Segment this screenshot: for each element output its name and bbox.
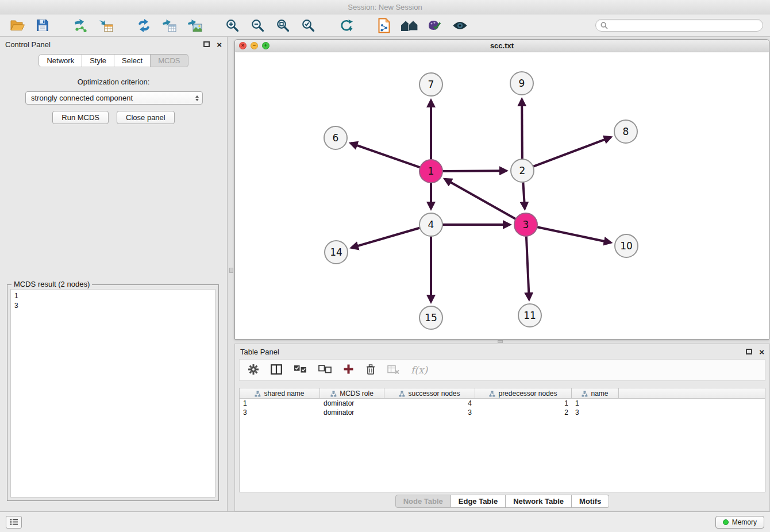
search-icon <box>600 22 608 29</box>
show-details-button[interactable] <box>449 16 470 34</box>
table-cell[interactable]: 3 <box>240 408 320 417</box>
tab-edge-table[interactable]: Edge Table <box>451 495 506 508</box>
close-panel-button[interactable]: Close panel <box>117 111 175 124</box>
graph-node-label: 10 <box>620 240 633 252</box>
graph-node-4[interactable]: 4 <box>419 213 442 236</box>
graph-edge-1-6[interactable] <box>351 143 421 168</box>
tab-select[interactable]: Select <box>114 54 151 67</box>
search-input[interactable] <box>611 21 758 29</box>
zoom-selected-button[interactable] <box>298 16 318 34</box>
vertical-splitter[interactable] <box>228 37 234 511</box>
table-cell[interactable]: 1 <box>572 399 619 408</box>
minimize-window-button[interactable]: − <box>251 42 258 49</box>
column-header-MCDS-role[interactable]: MCDS role <box>320 388 384 399</box>
graph-node-15[interactable]: 15 <box>419 306 442 329</box>
tab-network[interactable]: Network <box>38 54 82 67</box>
add-column-button[interactable] <box>343 364 354 376</box>
function-builder-button[interactable]: f(x) <box>411 364 428 376</box>
column-header-shared-name[interactable]: shared name <box>240 388 320 399</box>
delete-column-button[interactable] <box>365 364 376 377</box>
home-button[interactable] <box>399 16 419 34</box>
column-header-successor-nodes[interactable]: successor nodes <box>384 388 475 399</box>
tab-network-table[interactable]: Network Table <box>506 495 572 508</box>
zoom-in-button[interactable] <box>222 16 242 34</box>
show-columns-button[interactable] <box>271 364 282 376</box>
graph-node-1[interactable]: 1 <box>419 160 442 183</box>
graph-edge-3-11[interactable] <box>526 235 529 299</box>
table-cell[interactable]: 4 <box>384 399 475 408</box>
zoom-out-button[interactable] <box>247 16 268 34</box>
graph-edge-3-1[interactable] <box>445 179 517 219</box>
graph-node-6[interactable]: 6 <box>324 126 347 149</box>
open-button[interactable] <box>7 16 28 34</box>
graph-edge-4-14[interactable] <box>352 228 421 248</box>
tab-mcds[interactable]: MCDS <box>151 54 188 67</box>
memory-button[interactable]: Memory <box>715 516 764 529</box>
graph-edge-2-9[interactable] <box>522 99 522 160</box>
table-cell[interactable]: 2 <box>475 408 572 417</box>
graph-node-10[interactable]: 10 <box>615 234 638 257</box>
zoom-fit-button[interactable] <box>272 16 293 34</box>
graph-node-11[interactable]: 11 <box>518 304 541 327</box>
table-cell[interactable]: 3 <box>572 408 619 417</box>
close-panel-icon[interactable]: × <box>217 40 222 49</box>
graph-node-label: 14 <box>330 246 342 258</box>
graph-edge-2-8[interactable] <box>532 137 611 167</box>
graph-node-9[interactable]: 9 <box>510 72 533 95</box>
graph-edge-3-10[interactable] <box>536 227 611 242</box>
network-graph[interactable]: 7968124314101511 <box>235 52 769 340</box>
splitter-handle[interactable] <box>498 340 503 343</box>
tab-style[interactable]: Style <box>82 54 114 67</box>
table-settings-button[interactable] <box>248 364 259 377</box>
float-table-panel-icon[interactable] <box>746 349 752 354</box>
apply-style-button[interactable] <box>424 16 445 34</box>
column-header-predecessor-nodes[interactable]: predecessor nodes <box>475 388 572 399</box>
optimization-criterion-select[interactable]: strongly connected component <box>25 91 203 105</box>
table-cell[interactable]: 3 <box>384 408 475 417</box>
export-network-button[interactable] <box>133 16 154 34</box>
graph-node-3[interactable]: 3 <box>514 213 537 236</box>
table-row[interactable]: 1dominator411 <box>240 399 765 408</box>
deselect-all-button[interactable] <box>318 365 332 375</box>
refresh-button[interactable] <box>336 16 356 34</box>
network-canvas[interactable]: 7968124314101511 <box>235 52 769 339</box>
graph-edge-2-3[interactable] <box>523 181 525 209</box>
search-field[interactable] <box>595 19 763 32</box>
refresh-icon <box>339 18 353 33</box>
save-button[interactable] <box>32 16 53 34</box>
graph-node-label: 11 <box>523 310 536 321</box>
mcds-result-content[interactable]: 1 3 <box>10 289 215 498</box>
export-image-button[interactable] <box>184 16 205 34</box>
table-cell[interactable]: 1 <box>475 399 572 408</box>
table-cell[interactable]: dominator <box>320 408 384 417</box>
table-cell[interactable]: 1 <box>240 399 320 408</box>
import-table-button[interactable] <box>95 16 116 34</box>
graph-edge-1-2[interactable] <box>441 171 506 171</box>
close-table-panel-icon[interactable]: × <box>759 348 764 356</box>
select-all-button[interactable] <box>294 365 307 375</box>
splitter-handle[interactable] <box>229 268 233 273</box>
task-history-button[interactable] <box>6 516 22 529</box>
run-mcds-button[interactable]: Run MCDS <box>52 111 109 124</box>
column-header-name[interactable]: name <box>572 388 619 399</box>
tab-motifs[interactable]: Motifs <box>572 495 609 508</box>
graph-node-2[interactable]: 2 <box>511 159 534 182</box>
table-row[interactable]: 3dominator323 <box>240 408 765 417</box>
apply-style-icon <box>428 19 442 32</box>
import-network-button[interactable] <box>70 16 91 34</box>
maximize-window-button[interactable]: + <box>262 42 270 49</box>
graph-node-14[interactable]: 14 <box>325 241 348 264</box>
graph-node-7[interactable]: 7 <box>419 73 442 96</box>
table-cell[interactable]: dominator <box>320 399 384 408</box>
network-window-titlebar[interactable]: scc.txt × − + <box>235 40 769 52</box>
export-table-button[interactable] <box>159 16 179 34</box>
horizontal-splitter[interactable] <box>234 340 770 344</box>
network-document-button[interactable] <box>374 16 394 34</box>
mcds-result-title: MCDS result (2 nodes) <box>11 280 92 288</box>
graph-node-label: 8 <box>623 126 629 137</box>
tab-node-table[interactable]: Node Table <box>395 495 451 508</box>
float-panel-icon[interactable] <box>203 41 210 47</box>
delete-table-button[interactable] <box>387 365 399 376</box>
graph-node-8[interactable]: 8 <box>614 120 637 143</box>
close-window-button[interactable]: × <box>239 42 247 49</box>
